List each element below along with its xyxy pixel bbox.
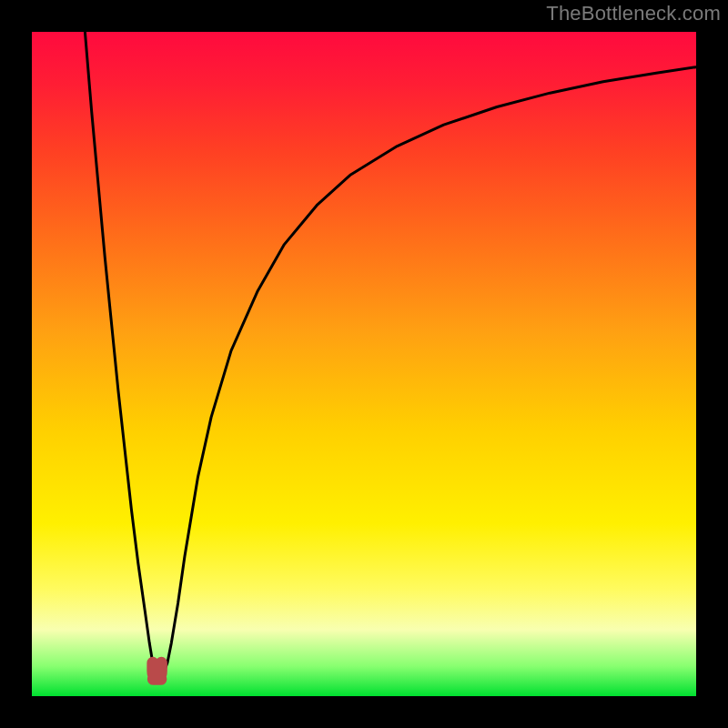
watermark-text: TheBottleneck.com <box>546 2 721 25</box>
chart-frame: TheBottleneck.com <box>0 0 728 728</box>
chart-svg <box>32 32 696 696</box>
chart-plot-area <box>32 32 696 696</box>
bottleneck-curve <box>85 32 696 676</box>
minimum-marker <box>153 662 161 679</box>
